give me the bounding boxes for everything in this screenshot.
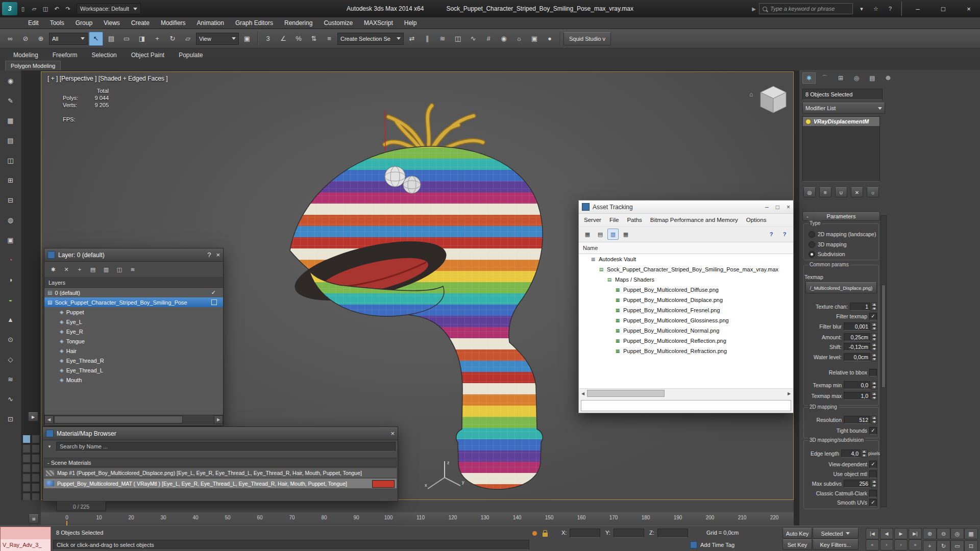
trackbar-mini-button[interactable]: ⊞ [29, 514, 39, 523]
layer-row-default[interactable]: ▤0 (default) ✓ [44, 288, 223, 297]
timeline-ruler[interactable]: 0102030405060708090100110120130140150160… [41, 512, 794, 526]
command-panel-tab-icon[interactable]: ✱ [802, 72, 816, 84]
command-panel-tab-icon[interactable]: ⌒ [818, 72, 831, 84]
viewport-nav-button[interactable]: ◎ [950, 528, 964, 539]
menu-item[interactable]: Help [399, 17, 423, 28]
open-file-icon[interactable]: ▱ [29, 3, 40, 14]
left-toolbar-icon[interactable]: ≋ [4, 372, 18, 386]
layout-cell[interactable] [22, 435, 31, 443]
spinner[interactable] [871, 353, 877, 361]
layout-cell[interactable] [32, 435, 40, 443]
ribbon-tab[interactable]: Modeling [6, 49, 45, 60]
help-icon[interactable]: ? [885, 3, 896, 14]
left-toolbar-icon[interactable]: ◍ [4, 213, 18, 227]
add-time-tag-label[interactable]: Add Time Tag [700, 542, 734, 548]
layout-cell[interactable] [32, 473, 40, 482]
time-slider-track[interactable]: 0 / 225 [41, 500, 794, 513]
snap-toggle-icon[interactable]: ∠ [276, 32, 290, 46]
spinner[interactable] [871, 381, 877, 389]
toolbar-icon[interactable]: ▤ [104, 32, 118, 46]
tree-row-file[interactable]: ▤Sock_Puppet_Character_Striped_Boy_Smili… [579, 264, 793, 274]
parameters-rollout[interactable]: -Parameters [802, 211, 880, 221]
max-subdivs-field[interactable]: 256 [844, 480, 870, 488]
menu-item[interactable]: Edit [22, 17, 44, 28]
spinner[interactable] [871, 416, 877, 424]
spinner[interactable] [871, 392, 877, 400]
layer-tool-icon[interactable]: ✱ [47, 264, 59, 275]
viewport-nav-button[interactable]: ⊖ [937, 528, 950, 539]
viewport-nav-button[interactable]: ⊕ [923, 528, 937, 539]
left-toolbar-icon[interactable]: ◒ [4, 292, 18, 307]
favorites-icon[interactable]: ☆ [870, 3, 881, 14]
view-cube[interactable]: ⌂ [748, 81, 791, 117]
toolbar-icon[interactable]: ⊕ [34, 32, 48, 46]
key-mode-dropdown[interactable]: Selected [813, 528, 859, 539]
layer-row-object[interactable]: ◈Eye_L [44, 317, 223, 327]
save-file-icon[interactable]: ◫ [40, 3, 51, 14]
material-browser-titlebar[interactable]: Material/Map Browser × [43, 427, 398, 440]
spinner[interactable] [871, 480, 877, 488]
toolbar-icon[interactable]: ∞ [3, 32, 17, 46]
texmap-button[interactable]: /_Multicolored_Displace.png) [805, 282, 877, 293]
stack-tool-button[interactable]: ✕ [851, 187, 863, 197]
scene-materials-group[interactable]: - Scene Materials [44, 458, 397, 467]
smooth-uvs-checkbox[interactable] [869, 499, 877, 507]
tree-row-vault[interactable]: ▦Autodesk Vault [579, 254, 793, 264]
time-slider-handle[interactable]: 0 / 225 [56, 502, 106, 511]
left-toolbar-icon[interactable]: ◇ [4, 352, 18, 366]
menu-item[interactable]: Create [126, 17, 155, 28]
use-center-icon[interactable]: ▣ [240, 32, 254, 46]
filter-blur-field[interactable]: 0,001 [844, 322, 870, 331]
stack-tool-button[interactable]: ≡ [819, 187, 831, 197]
viewport-nav-button[interactable]: ▭ [950, 540, 964, 551]
asset-tracking-titlebar[interactable]: Asset Tracking – □ × [579, 201, 793, 214]
y-coordinate-field[interactable] [614, 529, 644, 538]
left-toolbar-icon[interactable]: ◉ [4, 73, 18, 88]
layer-row-object[interactable]: ◈Tongue [44, 336, 223, 346]
snap-toggle-icon[interactable]: % [291, 32, 306, 46]
toolbar-icon[interactable]: ▱ [181, 32, 195, 46]
browser-options-icon[interactable]: ▼ [45, 442, 54, 451]
toolbar-icon[interactable]: ◨ [135, 32, 149, 46]
left-toolbar-icon[interactable]: ⊞ [4, 173, 18, 187]
command-panel-tab-icon[interactable]: ☸ [881, 72, 895, 84]
ribbon-tab[interactable]: Freeform [45, 49, 85, 60]
texmap-min-field[interactable]: 0,0 [844, 381, 870, 389]
left-toolbar-icon[interactable]: ✎ [4, 93, 18, 108]
maximize-button[interactable]: □ [932, 2, 954, 15]
menu-item[interactable]: MAXScript [358, 17, 399, 28]
tree-row-map[interactable]: ▦Puppet_Boy_Multicolored_Displace.png [579, 295, 793, 305]
close-icon[interactable]: × [390, 430, 395, 437]
menu-item[interactable]: Paths [623, 217, 646, 223]
filter-texmap-checkbox[interactable] [869, 313, 877, 320]
layer-tool-icon[interactable]: + [74, 264, 85, 275]
view-dependent-checkbox[interactable] [869, 461, 877, 468]
polygon-modeling-tab[interactable]: Polygon Modeling [5, 61, 61, 70]
redo-icon[interactable]: ↷ [62, 3, 74, 14]
toolbar-icon[interactable]: ⇄ [405, 32, 419, 46]
tree-row-map[interactable]: ▦Puppet_Boy_Multicolored_Reflection.png [579, 336, 793, 346]
viewport-nav-button[interactable]: ⊡ [964, 540, 978, 551]
toolbar-icon[interactable]: ▣ [527, 32, 542, 46]
left-toolbar-icon[interactable]: ◔ [4, 253, 18, 267]
toolbar-icon[interactable]: ◫ [451, 32, 465, 46]
collapse-arrow-icon[interactable]: ▶ [752, 6, 756, 12]
layer-horizontal-scrollbar[interactable]: ◀▶ [44, 415, 223, 424]
left-toolbar-icon[interactable]: ∿ [4, 392, 18, 406]
snap-toggle-icon[interactable]: ⇅ [307, 32, 321, 46]
layout-cell[interactable] [22, 444, 31, 453]
tree-row-map[interactable]: ▦Puppet_Boy_Multicolored_Refraction.png [579, 346, 793, 356]
help-icon[interactable]: ? [207, 251, 211, 259]
tree-row-map[interactable]: ▦Puppet_Boy_Multicolored_Glossiness.png [579, 315, 793, 325]
layout-cell[interactable] [22, 483, 31, 492]
key-filters-button[interactable]: Key Filters... [813, 539, 859, 550]
help-icon[interactable]: ? [766, 229, 777, 240]
time-tag-icon[interactable] [690, 541, 697, 548]
viewport-nav-button[interactable]: ↻ [937, 540, 950, 551]
tree-row-map[interactable]: ▦Puppet_Boy_Multicolored_Fresnel.png [579, 305, 793, 315]
toolbar-icon[interactable]: ● [543, 32, 557, 46]
close-icon[interactable]: × [216, 251, 220, 259]
layout-cell[interactable] [32, 464, 40, 472]
shift-field[interactable]: -0,12cm [844, 343, 870, 351]
toolbar-icon[interactable]: ∥ [420, 32, 434, 46]
